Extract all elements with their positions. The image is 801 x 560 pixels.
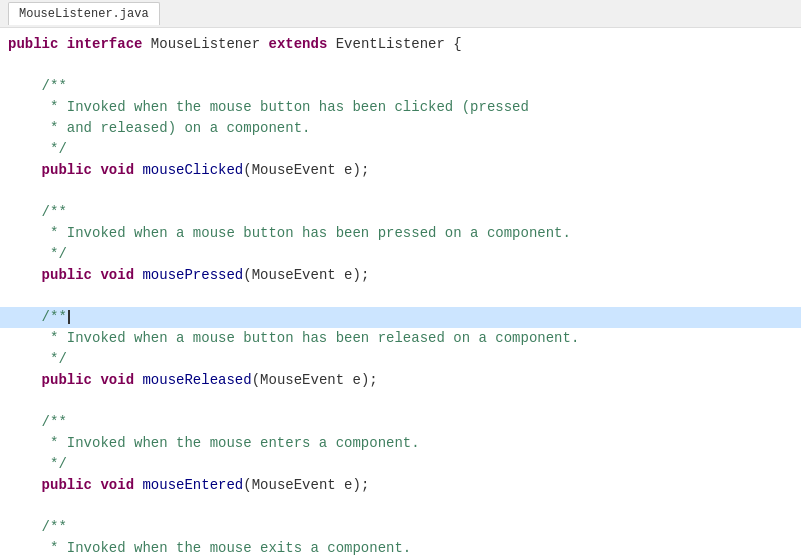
file-tab[interactable]: MouseListener.java (8, 2, 160, 25)
code-line: public interface MouseListener extends E… (0, 34, 801, 55)
code-body: public interface MouseListener extends E… (0, 28, 801, 560)
top-bar: MouseListener.java (0, 0, 801, 28)
code-line (0, 496, 801, 517)
code-line: * Invoked when a mouse button has been p… (0, 223, 801, 244)
code-line: /** (0, 517, 801, 538)
code-container: MouseListener.java public interface Mous… (0, 0, 801, 560)
code-line (0, 181, 801, 202)
code-line: public void mouseEntered(MouseEvent e); (0, 475, 801, 496)
code-line: * Invoked when the mouse button has been… (0, 97, 801, 118)
code-line: */ (0, 244, 801, 265)
code-line: /** (0, 76, 801, 97)
code-line: */ (0, 139, 801, 160)
code-line-highlighted: /** (0, 307, 801, 328)
code-line: */ (0, 454, 801, 475)
code-line: public void mousePressed(MouseEvent e); (0, 265, 801, 286)
code-line (0, 286, 801, 307)
code-line (0, 391, 801, 412)
code-line: public void mouseClicked(MouseEvent e); (0, 160, 801, 181)
code-line: * Invoked when a mouse button has been r… (0, 328, 801, 349)
code-line: */ (0, 349, 801, 370)
code-line: * and released) on a component. (0, 118, 801, 139)
code-line: public void mouseReleased(MouseEvent e); (0, 370, 801, 391)
code-line: /** (0, 202, 801, 223)
code-line: * Invoked when the mouse enters a compon… (0, 433, 801, 454)
code-line (0, 55, 801, 76)
code-line: /** (0, 412, 801, 433)
code-line: * Invoked when the mouse exits a compone… (0, 538, 801, 559)
